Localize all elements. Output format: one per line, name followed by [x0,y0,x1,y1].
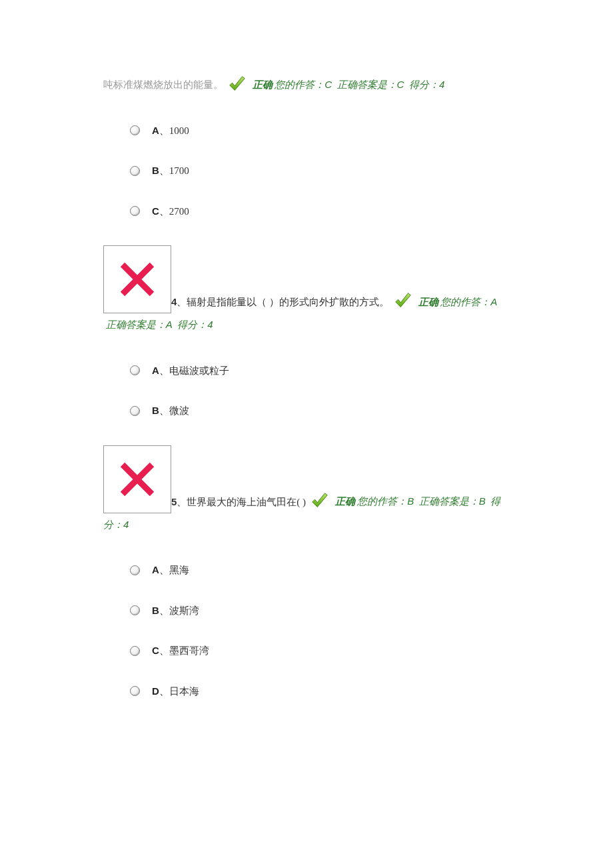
question-5-block: 5、世界最大的海上油气田在( ) 正确 您的作答：B 正确答案是：B 得分：4 [103,445,510,703]
checkmark-icon [393,291,413,311]
radio-icon[interactable] [130,686,140,696]
option-row[interactable]: C、墨西哥湾 [130,639,510,663]
question-3-block: 吨标准煤燃烧放出的能量。 正确 您的作答：C 正确答案是：C 得分：4 [103,73,510,223]
question-4-options: A、电磁波或粒子 B、微波 [130,359,510,423]
option-row[interactable]: B、1700 [130,159,510,183]
x-placeholder-icon [103,445,171,513]
question-3-feedback: 正确 您的作答：C 正确答案是：C 得分：4 [253,79,445,90]
radio-icon[interactable] [130,605,140,615]
radio-icon[interactable] [130,125,140,135]
radio-icon[interactable] [130,365,140,375]
option-row[interactable]: D、日本海 [130,680,510,703]
option-row[interactable]: B、微波 [130,399,510,423]
radio-icon[interactable] [130,565,140,575]
radio-icon[interactable] [130,206,140,216]
option-row[interactable]: A、1000 [130,119,510,143]
question-4-block: 4、辐射是指能量以（ ）的形式向外扩散的方式。 正确 您的作答：A 正确答案是：… [103,245,510,423]
option-row[interactable]: A、黑海 [130,559,510,582]
radio-icon[interactable] [130,166,140,176]
radio-icon[interactable] [130,646,140,656]
question-3-intro-fragment: 吨标准煤燃烧放出的能量。 [103,79,223,90]
question-3-options: A、1000 B、1700 C、2700 [130,119,510,223]
option-row[interactable]: C、2700 [130,200,510,223]
quiz-page: 吨标准煤燃烧放出的能量。 正确 您的作答：C 正确答案是：C 得分：4 [0,0,613,832]
x-placeholder-icon [103,245,171,313]
question-5-text: 、世界最大的海上油气田在( ) [177,496,306,507]
checkmark-icon [310,491,330,511]
option-row[interactable]: A、电磁波或粒子 [130,359,510,383]
option-row[interactable]: B、波斯湾 [130,599,510,623]
checkmark-icon [227,75,247,95]
radio-icon[interactable] [130,406,140,416]
question-5-options: A、黑海 B、波斯湾 C、墨西哥湾 D、日本海 [130,559,510,703]
question-4-text: 、辐射是指能量以（ ）的形式向外扩散的方式。 [177,297,389,307]
